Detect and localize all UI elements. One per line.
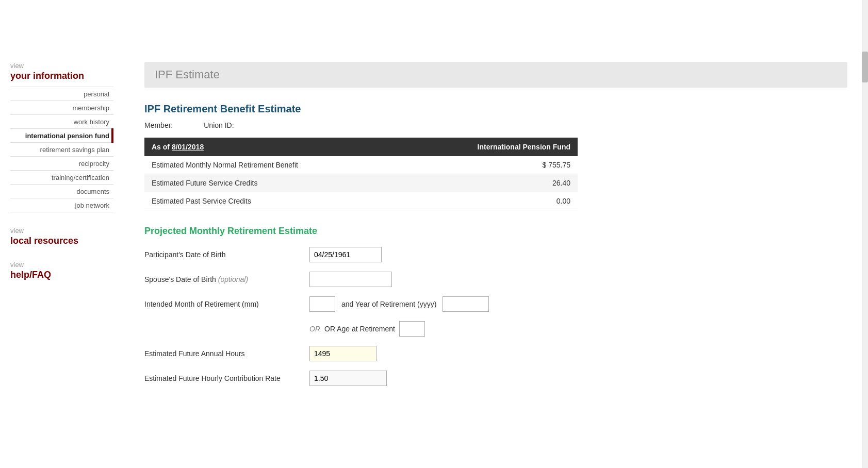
sidebar-link-ipf[interactable]: international pension fund bbox=[25, 132, 109, 140]
sidebar-link-training[interactable]: training/certification bbox=[52, 174, 109, 181]
as-of-date-link[interactable]: 8/01/2018 bbox=[172, 143, 204, 151]
sidebar-section-title-1: your information bbox=[10, 71, 113, 81]
table-cell-value: 26.40 bbox=[404, 174, 578, 192]
member-label: Member: bbox=[144, 121, 173, 129]
dob-row: Participant's Date of Birth bbox=[144, 247, 847, 262]
sidebar-link-work-history[interactable]: work history bbox=[74, 118, 109, 126]
spouse-dob-row: Spouse's Date of Birth (optional) bbox=[144, 272, 847, 287]
scrollbar-thumb[interactable] bbox=[862, 52, 868, 82]
future-hours-input[interactable] bbox=[309, 346, 376, 361]
table-col1-header: As of 8/01/2018 bbox=[144, 138, 404, 156]
sidebar-item-documents[interactable]: documents bbox=[10, 185, 113, 198]
age-row: OR OR Age at Retirement bbox=[144, 321, 847, 337]
future-hours-label: Estimated Future Annual Hours bbox=[144, 349, 309, 358]
section2-title: Projected Monthly Retirement Estimate bbox=[144, 226, 847, 237]
sidebar-link-reciprocity[interactable]: reciprocity bbox=[79, 160, 109, 168]
sidebar-section-title-3[interactable]: help/FAQ bbox=[10, 270, 113, 280]
table-row: Estimated Future Service Credits 26.40 bbox=[144, 174, 578, 192]
sidebar-section-title-2[interactable]: local resources bbox=[10, 236, 113, 246]
retirement-year-input[interactable] bbox=[443, 296, 489, 312]
nav-list: personal membership work history interna… bbox=[10, 87, 113, 212]
spouse-dob-input[interactable] bbox=[309, 272, 392, 287]
table-row: Estimated Monthly Normal Retirement Bene… bbox=[144, 156, 578, 174]
dob-label: Participant's Date of Birth bbox=[144, 250, 309, 259]
table-cell-label: Estimated Monthly Normal Retirement Bene… bbox=[144, 156, 404, 174]
table-cell-value: 0.00 bbox=[404, 192, 578, 210]
sidebar-item-membership[interactable]: membership bbox=[10, 101, 113, 115]
table-header-row: As of 8/01/2018 International Pension Fu… bbox=[144, 138, 578, 156]
view-label-3: view bbox=[10, 261, 113, 269]
retirement-month-year-row: Intended Month of Retirement (mm) and Ye… bbox=[144, 296, 847, 312]
retirement-month-input[interactable] bbox=[309, 296, 335, 312]
spouse-dob-label: Spouse's Date of Birth (optional) bbox=[144, 275, 309, 283]
sidebar-item-personal[interactable]: personal bbox=[10, 87, 113, 101]
table-col2-header: International Pension Fund bbox=[404, 138, 578, 156]
section1-title: IPF Retirement Benefit Estimate bbox=[144, 103, 847, 115]
sidebar-item-reciprocity[interactable]: reciprocity bbox=[10, 157, 113, 171]
view-label-2: view bbox=[10, 227, 113, 235]
retirement-month-label: Intended Month of Retirement (mm) bbox=[144, 300, 309, 308]
page-title: IPF Estimate bbox=[155, 68, 837, 81]
future-hours-row: Estimated Future Annual Hours bbox=[144, 346, 847, 361]
sidebar-section-help-faq: view help/FAQ bbox=[10, 261, 113, 280]
sidebar-item-work-history[interactable]: work history bbox=[10, 115, 113, 129]
page-header: IPF Estimate bbox=[144, 62, 847, 88]
member-info: Member: Union ID: bbox=[144, 121, 847, 129]
sidebar-section-your-information: view your information personal membershi… bbox=[10, 62, 113, 212]
future-rate-input[interactable] bbox=[309, 371, 387, 386]
sidebar-link-rsp[interactable]: retirement savings plan bbox=[40, 146, 109, 154]
main-content: IPF Estimate IPF Retirement Benefit Esti… bbox=[113, 0, 868, 468]
sidebar-link-documents[interactable]: documents bbox=[76, 188, 109, 195]
future-rate-label: Estimated Future Hourly Contribution Rat… bbox=[144, 374, 309, 382]
table-row: Estimated Past Service Credits 0.00 bbox=[144, 192, 578, 210]
sidebar-link-membership[interactable]: membership bbox=[72, 104, 109, 112]
table-cell-label: Estimated Past Service Credits bbox=[144, 192, 404, 210]
sidebar-section-local-resources: view local resources bbox=[10, 227, 113, 246]
ipf-estimate-section: IPF Retirement Benefit Estimate Member: … bbox=[144, 103, 847, 210]
sidebar: view your information personal membershi… bbox=[0, 0, 113, 468]
spouse-dob-optional: (optional) bbox=[218, 275, 248, 283]
sidebar-link-job-network[interactable]: job network bbox=[75, 202, 109, 209]
dob-input[interactable] bbox=[309, 247, 382, 262]
sidebar-item-job-network[interactable]: job network bbox=[10, 198, 113, 212]
scrollbar[interactable] bbox=[862, 0, 868, 468]
age-at-retirement-label: OR Age at Retirement bbox=[324, 325, 395, 333]
table-cell-label: Estimated Future Service Credits bbox=[144, 174, 404, 192]
future-rate-row: Estimated Future Hourly Contribution Rat… bbox=[144, 371, 847, 386]
estimate-table: As of 8/01/2018 International Pension Fu… bbox=[144, 138, 578, 210]
sidebar-item-training-certification[interactable]: training/certification bbox=[10, 171, 113, 185]
sidebar-item-international-pension-fund[interactable]: international pension fund bbox=[10, 129, 113, 143]
projected-estimate-section: Projected Monthly Retirement Estimate Pa… bbox=[144, 226, 847, 386]
table-cell-value: $ 755.75 bbox=[404, 156, 578, 174]
age-input[interactable] bbox=[399, 321, 425, 337]
and-year-label: and Year of Retirement (yyyy) bbox=[341, 300, 436, 308]
sidebar-item-retirement-savings-plan[interactable]: retirement savings plan bbox=[10, 143, 113, 157]
union-id-label: Union ID: bbox=[204, 121, 234, 129]
sidebar-link-personal[interactable]: personal bbox=[84, 90, 109, 98]
or-label: OR bbox=[309, 325, 320, 333]
view-label-1: view bbox=[10, 62, 113, 70]
